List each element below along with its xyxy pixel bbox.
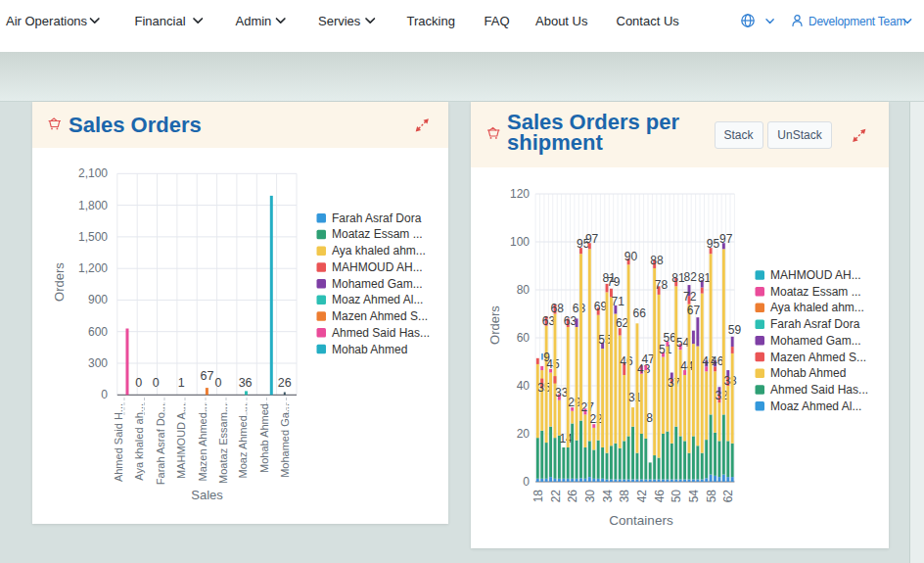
svg-text:22: 22 [589, 412, 603, 426]
svg-text:Moataz Essam...: Moataz Essam... [217, 403, 229, 484]
svg-text:600: 600 [88, 325, 108, 339]
svg-text:Moataz Essam ...: Moataz Essam ... [332, 227, 423, 241]
svg-text:100: 100 [510, 235, 530, 249]
svg-text:20: 20 [517, 427, 531, 441]
svg-text:MAHMOUD AH...: MAHMOUD AH... [332, 260, 423, 274]
svg-text:97: 97 [719, 232, 733, 246]
svg-text:38: 38 [723, 374, 737, 388]
svg-text:82: 82 [684, 270, 698, 284]
svg-text:51: 51 [659, 343, 672, 356]
svg-text:68: 68 [573, 302, 586, 315]
svg-text:8: 8 [646, 411, 653, 425]
svg-text:60: 60 [517, 331, 531, 345]
svg-text:72: 72 [683, 290, 697, 304]
svg-text:0: 0 [153, 376, 160, 390]
svg-text:300: 300 [88, 356, 108, 370]
svg-text:81: 81 [698, 271, 712, 285]
svg-text:44: 44 [680, 359, 694, 373]
svg-text:46: 46 [653, 490, 667, 503]
svg-text:Mohab Ahmed: Mohab Ahmed [770, 366, 846, 380]
svg-text:Moaz Ahmed Al...: Moaz Ahmed Al... [332, 293, 423, 306]
svg-text:Ahmed Said Has...: Ahmed Said Has... [770, 383, 868, 397]
svg-text:2,100: 2,100 [78, 166, 108, 180]
svg-text:59: 59 [728, 323, 742, 337]
svg-text:80: 80 [517, 283, 531, 297]
svg-text:62: 62 [616, 316, 629, 330]
svg-text:Farah Asraf Dora: Farah Asraf Dora [332, 211, 422, 225]
svg-text:66: 66 [633, 306, 647, 320]
svg-text:42: 42 [635, 490, 649, 503]
svg-text:Mazen Ahmed S...: Mazen Ahmed S... [770, 351, 866, 364]
svg-text:63: 63 [564, 314, 578, 328]
svg-text:Mohamed Gam...: Mohamed Gam... [770, 334, 861, 348]
svg-text:26: 26 [566, 490, 579, 503]
svg-text:46: 46 [711, 354, 724, 368]
svg-text:MAHMOUD AH...: MAHMOUD AH... [770, 268, 861, 282]
svg-text:Mohamed Gam...: Mohamed Gam... [332, 277, 423, 291]
svg-text:Orders: Orders [487, 305, 502, 345]
svg-text:79: 79 [607, 275, 621, 289]
svg-text:58: 58 [705, 490, 718, 503]
svg-text:90: 90 [624, 250, 638, 263]
svg-text:MAHMOUD A...: MAHMOUD A... [175, 403, 187, 479]
svg-text:Mazen Ahmed S...: Mazen Ahmed S... [332, 309, 428, 323]
svg-text:Mazen Ahmed...: Mazen Ahmed... [197, 403, 208, 482]
svg-text:120: 120 [510, 187, 530, 201]
svg-text:Moataz Essam ...: Moataz Essam ... [770, 285, 861, 299]
svg-text:36: 36 [239, 376, 253, 390]
svg-text:71: 71 [612, 295, 625, 308]
svg-text:1,500: 1,500 [78, 230, 108, 244]
svg-text:68: 68 [551, 302, 565, 315]
svg-text:62: 62 [721, 490, 735, 503]
svg-text:Aya khaled ahm...: Aya khaled ahm... [332, 244, 426, 258]
svg-text:0: 0 [523, 475, 530, 489]
svg-text:Orders: Orders [52, 262, 67, 302]
svg-text:18: 18 [531, 490, 545, 503]
svg-text:Ahmed Said Has...: Ahmed Said Has... [332, 326, 430, 340]
svg-text:Moaz Ahmed ...: Moaz Ahmed ... [237, 403, 249, 478]
svg-text:Mohamed Ga...: Mohamed Ga... [279, 403, 291, 478]
svg-text:29: 29 [568, 396, 581, 409]
svg-text:0: 0 [135, 376, 142, 390]
svg-text:37: 37 [668, 376, 681, 390]
svg-text:33: 33 [555, 386, 569, 399]
svg-text:Mohab Ahmed: Mohab Ahmed [332, 343, 407, 356]
svg-text:1,200: 1,200 [78, 261, 108, 275]
svg-text:Aya khaled ah...: Aya khaled ah... [133, 403, 145, 481]
svg-text:1: 1 [178, 376, 185, 390]
svg-text:55: 55 [598, 333, 612, 347]
svg-text:54: 54 [676, 336, 690, 350]
svg-text:56: 56 [664, 331, 677, 345]
svg-text:22: 22 [549, 490, 563, 503]
svg-text:14: 14 [559, 432, 573, 446]
svg-text:78: 78 [655, 278, 669, 292]
svg-text:Ahmed Said H...: Ahmed Said H... [113, 403, 124, 482]
svg-text:95: 95 [707, 237, 720, 251]
svg-text:50: 50 [670, 490, 683, 503]
svg-text:Aya khaled ahm...: Aya khaled ahm... [770, 301, 864, 314]
svg-text:35: 35 [537, 381, 551, 395]
svg-text:Moaz Ahmed Al...: Moaz Ahmed Al... [770, 399, 861, 413]
svg-text:88: 88 [650, 254, 664, 267]
svg-text:69: 69 [594, 300, 608, 313]
svg-text:46: 46 [620, 354, 633, 368]
svg-text:63: 63 [542, 314, 556, 328]
svg-text:9: 9 [543, 351, 550, 364]
svg-text:0: 0 [101, 388, 108, 401]
svg-text:900: 900 [88, 293, 108, 306]
svg-text:97: 97 [585, 232, 599, 246]
svg-text:67: 67 [201, 369, 214, 383]
svg-text:1,800: 1,800 [78, 199, 108, 212]
svg-text:Sales: Sales [191, 488, 223, 502]
svg-text:31: 31 [628, 391, 642, 404]
svg-text:40: 40 [517, 379, 531, 393]
svg-text:30: 30 [583, 490, 597, 503]
svg-text:54: 54 [687, 490, 701, 503]
svg-text:47: 47 [641, 352, 655, 366]
svg-text:67: 67 [687, 304, 701, 317]
svg-text:34: 34 [601, 490, 615, 503]
svg-text:Farah Asraf Dora: Farah Asraf Dora [770, 317, 860, 331]
svg-text:26: 26 [278, 376, 292, 390]
svg-text:0: 0 [215, 376, 222, 390]
svg-text:Farah Asraf Do...: Farah Asraf Do... [155, 403, 166, 485]
